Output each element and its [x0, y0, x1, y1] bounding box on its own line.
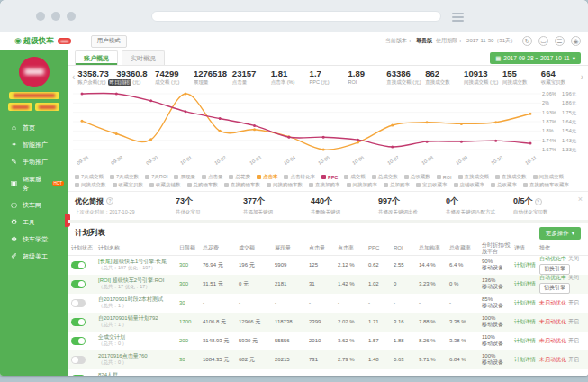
- legend-item-7天ROI[interactable]: 7天ROI: [145, 174, 167, 180]
- more-actions-button[interactable]: 更多操作 ▾: [539, 227, 581, 240]
- chart-point-PPC[interactable]: [253, 124, 256, 127]
- legend-item-总收藏率[interactable]: 总收藏率: [491, 182, 517, 188]
- plan-op-action[interactable]: 开启: [568, 300, 579, 307]
- plan-op-action[interactable]: 开启: [568, 319, 579, 326]
- plan-detail-link[interactable]: 计划详情: [514, 319, 536, 324]
- legend-item-间接购物车数[interactable]: 间接购物车数: [267, 182, 303, 188]
- plan-op-action[interactable]: 开启: [568, 357, 579, 364]
- plan-detail-link[interactable]: 计划详情: [514, 338, 536, 343]
- sidebar-item-快车学堂[interactable]: ❖快车学堂: [0, 231, 68, 248]
- legend-item-点击转化率[interactable]: 点击转化率: [284, 174, 315, 180]
- chart-point-PPC[interactable]: [219, 117, 222, 120]
- legend-item-总收藏数[interactable]: 总收藏数: [404, 174, 430, 180]
- plan-toggle[interactable]: [71, 318, 86, 326]
- sidebar-item-锦囊服务[interactable]: ▣锦囊服务HOT: [0, 170, 68, 196]
- chart-point-PPC[interactable]: [529, 142, 532, 145]
- plan-detail-link[interactable]: 计划详情: [514, 357, 536, 362]
- legend-item-成交额[interactable]: 成交额: [344, 174, 366, 180]
- user-mode-tab[interactable]: 用户模式: [91, 35, 127, 48]
- chart-point-点击率[interactable]: [253, 128, 256, 131]
- sidebar-item-手动推广[interactable]: ✎手动推广: [0, 153, 68, 170]
- chart-point-点击率[interactable]: [357, 141, 359, 144]
- legend-item-直接成交数[interactable]: 直接成交数: [495, 174, 527, 180]
- plan-toggle[interactable]: [71, 356, 86, 364]
- stats-next-arrow[interactable]: ›: [579, 72, 585, 82]
- close-icon[interactable]: ×: [578, 195, 583, 204]
- legend-item-总购物车数[interactable]: 总购物车数: [187, 182, 219, 188]
- plan-toggle[interactable]: [71, 337, 86, 345]
- legend-item-直接加购率[interactable]: 直接加购率: [309, 182, 340, 188]
- chart-point-PPC[interactable]: [357, 139, 359, 141]
- legend-item-间接成交额[interactable]: 间接成交额: [533, 174, 565, 180]
- browser-menu-icon[interactable]: [452, 13, 464, 23]
- chart-point-PPC[interactable]: [184, 110, 186, 113]
- plan-op-action[interactable]: 开启: [568, 338, 579, 345]
- chart-point-PPC[interactable]: [149, 99, 152, 102]
- plan-detail-link[interactable]: 计划详情: [514, 262, 536, 268]
- legend-item-店铺收藏率[interactable]: 店铺收藏率: [454, 182, 485, 188]
- plan-toggle[interactable]: [71, 375, 86, 376]
- chart-point-PPC[interactable]: [426, 141, 429, 143]
- legend-item-点击率[interactable]: 点击率: [257, 174, 278, 180]
- chart-point-点击率[interactable]: [184, 93, 186, 96]
- chart-point-点击率[interactable]: [149, 138, 152, 141]
- chart-point-点击率[interactable]: [426, 121, 429, 123]
- sidebar-item-工具[interactable]: ⚙工具: [0, 214, 68, 231]
- sidebar-item-智能推广[interactable]: ✦智能推广: [0, 136, 68, 153]
- chart-point-PPC[interactable]: [287, 136, 290, 139]
- legend-item-7天成交额[interactable]: 7天成交额: [75, 174, 104, 180]
- legend-item-直接购物车收藏率[interactable]: 直接购物车收藏率: [523, 182, 569, 188]
- legend-item-ROI[interactable]: ROI: [437, 174, 452, 180]
- plan-op-action[interactable]: 关闭: [568, 275, 579, 282]
- chart-point-点击率[interactable]: [322, 149, 325, 151]
- store-action-button[interactable]: [35, 103, 59, 111]
- plan-op-action[interactable]: 关闭: [568, 256, 579, 263]
- chart-point-点击率[interactable]: [460, 123, 463, 125]
- plan-toggle[interactable]: [71, 261, 86, 269]
- help-icon[interactable]: ?: [535, 198, 542, 205]
- sidebar-item-首页[interactable]: ⌂首页: [0, 119, 68, 136]
- stats-prev-arrow[interactable]: ‹: [70, 72, 77, 82]
- legend-item-宝贝收藏率[interactable]: 宝贝收藏率: [416, 182, 448, 188]
- date-range-picker[interactable]: ▦ 2017-09-28 ~ 2017-10-11 ▾: [490, 52, 581, 64]
- refresh-icon[interactable]: ↻: [522, 36, 532, 46]
- chart-point-PPC[interactable]: [81, 93, 84, 96]
- chart-point-PPC[interactable]: [460, 141, 463, 143]
- chart-point-PPC[interactable]: [391, 146, 394, 149]
- chart-point-PPC[interactable]: [115, 93, 118, 96]
- legend-item-间接加购率[interactable]: 间接加购率: [347, 182, 378, 188]
- address-bar[interactable]: [151, 11, 441, 22]
- legend-item-收藏店铺数[interactable]: 收藏店铺数: [149, 182, 181, 188]
- plan-toggle[interactable]: [71, 280, 86, 288]
- legend-item-总花费[interactable]: 总花费: [229, 174, 250, 180]
- chart-point-PPC[interactable]: [494, 140, 497, 142]
- plan-detail-link[interactable]: 计划详情: [514, 281, 536, 286]
- legend-item-展现量[interactable]: 展现量: [174, 174, 195, 180]
- legend-item-PPC[interactable]: PPC: [321, 174, 338, 180]
- monitor-icon[interactable]: ▭: [538, 36, 548, 46]
- chart-point-点击率[interactable]: [391, 123, 394, 126]
- legend-item-总加购率[interactable]: 总加购率: [384, 182, 410, 188]
- chart-point-PPC[interactable]: [322, 136, 325, 139]
- legend-item-直接购物车数[interactable]: 直接购物车数: [224, 182, 260, 188]
- switch-engine-button[interactable]: 切换引擎: [539, 264, 570, 275]
- menu-icon[interactable]: ☰: [555, 36, 565, 46]
- legend-item-收藏宝贝数[interactable]: 收藏宝贝数: [113, 182, 144, 188]
- chart-point-点击率[interactable]: [529, 113, 532, 115]
- tab-实时概况[interactable]: 实时概况: [122, 50, 165, 65]
- chart-point-点击率[interactable]: [494, 121, 497, 123]
- sidebar-item-快车网[interactable]: ◷快车网: [0, 196, 68, 214]
- legend-item-点击量[interactable]: 点击量: [202, 174, 223, 180]
- sidebar-item-超级美工[interactable]: ✐超级美工: [0, 248, 68, 265]
- chart-point-点击率[interactable]: [219, 130, 222, 132]
- plan-detail-link[interactable]: 计划详情: [514, 300, 536, 305]
- chart-point-点击率[interactable]: [115, 132, 118, 135]
- service-icon[interactable]: ◉: [571, 36, 581, 46]
- legend-item-间接成交数[interactable]: 间接成交数: [75, 182, 106, 188]
- legend-item-总成交数[interactable]: 总成交数: [372, 174, 398, 180]
- chart-point-点击率[interactable]: [81, 120, 84, 123]
- tab-账户概况[interactable]: 账户概况: [75, 50, 118, 65]
- legend-item-直接成交额[interactable]: 直接成交额: [458, 174, 490, 180]
- legend-item-7天成交数[interactable]: 7天成交数: [110, 174, 139, 180]
- store-action-button[interactable]: [8, 103, 32, 111]
